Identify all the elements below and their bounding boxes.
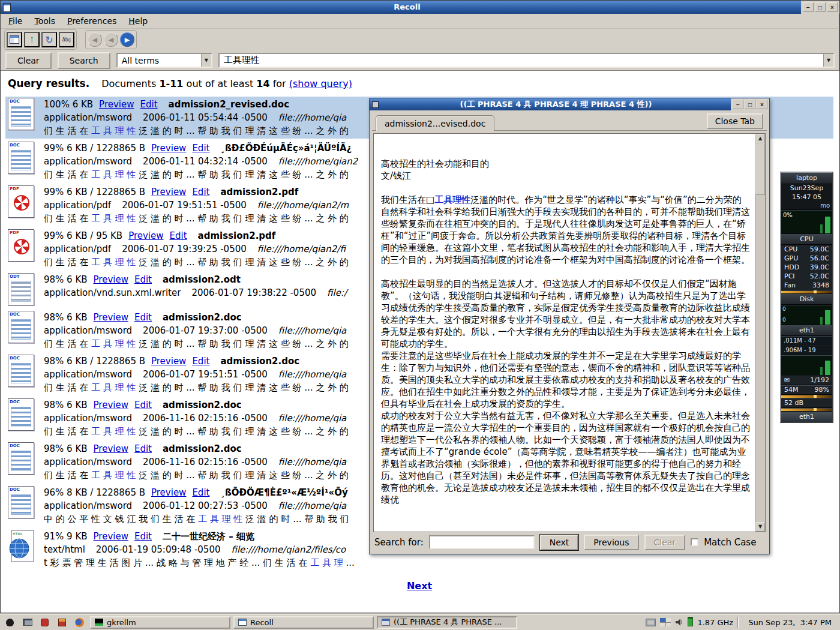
prev-page-icon: ◀ bbox=[109, 36, 113, 44]
result-date: 2006-01-07 19:37:00 -0500 bbox=[143, 325, 268, 336]
volume-tray-icon[interactable] bbox=[675, 618, 683, 626]
taskbar-task-window[interactable]: ((工 PHRASE 4 具 PHRASE ... bbox=[377, 616, 517, 629]
pager-tray-icon[interactable] bbox=[660, 618, 671, 626]
reload-button[interactable]: ↻ bbox=[41, 32, 57, 47]
result-edit-link[interactable]: Edit bbox=[134, 274, 152, 285]
menu-preferences[interactable]: Preferences bbox=[62, 14, 122, 28]
red-app-launcher-icon[interactable] bbox=[38, 616, 52, 629]
close-tab-button[interactable]: Close Tab bbox=[707, 113, 763, 129]
snippet-text: 泛 滥 的 时 ... 帮 助 我 们 bbox=[242, 514, 349, 524]
term-explorer-button[interactable]: âbç bbox=[59, 32, 74, 47]
result-edit-link[interactable]: Edit bbox=[192, 487, 209, 498]
result-title: admission2.doc bbox=[220, 356, 299, 367]
query-history-chevron-icon[interactable]: ▼ bbox=[823, 54, 833, 67]
taskbar-task-recoll[interactable]: Recoll bbox=[233, 616, 374, 629]
preview-maximize-button[interactable]: □ bbox=[745, 100, 755, 109]
preview-find-bar: Search for: Next Previous Clear Match Ca… bbox=[370, 533, 769, 554]
monitor-date: Sun23Sep bbox=[781, 184, 832, 193]
window-title: Recoll bbox=[13, 1, 801, 14]
match-case-checkbox[interactable] bbox=[691, 538, 698, 546]
result-edit-link[interactable]: Edit bbox=[192, 187, 209, 197]
show-query-link[interactable]: (show query) bbox=[289, 78, 352, 89]
preview-minimize-button[interactable]: − bbox=[733, 100, 743, 109]
result-preview-link[interactable]: Preview bbox=[99, 99, 134, 110]
menu-bar: FileToolsPreferencesHelp bbox=[1, 14, 839, 29]
result-edit-link[interactable]: Edit bbox=[134, 443, 152, 454]
result-preview-link[interactable]: Preview bbox=[151, 187, 186, 197]
result-edit-link[interactable]: Edit bbox=[192, 143, 209, 154]
package-launcher-icon[interactable] bbox=[55, 616, 69, 629]
search-mode-select[interactable]: All terms ▼ bbox=[116, 53, 212, 68]
result-relevance-size: 99% 6 KB / 1228865 B bbox=[44, 187, 145, 197]
menu-file[interactable]: File bbox=[3, 14, 28, 28]
result-preview-link[interactable]: Preview bbox=[94, 400, 128, 410]
result-preview-link[interactable]: Preview bbox=[94, 312, 128, 323]
maximize-button[interactable]: □ bbox=[815, 2, 826, 12]
search-mode-value: All terms bbox=[122, 56, 159, 65]
result-preview-link[interactable]: Preview bbox=[151, 487, 186, 498]
result-date: 2006-01-07 19:39:25 -0500 bbox=[122, 244, 247, 254]
result-preview-link[interactable]: Preview bbox=[151, 356, 186, 367]
preview-document-text[interactable]: 高校招生的社会功能和目的文/钱江我们生活在□工具理性泛滥的时代。作为“世之显学”… bbox=[374, 134, 755, 532]
result-edit-link[interactable]: Edit bbox=[134, 400, 152, 410]
result-mime: application/msword bbox=[44, 457, 132, 467]
close-button[interactable]: × bbox=[827, 2, 838, 12]
search-query-input[interactable] bbox=[220, 54, 823, 67]
battery-row: 52 dB bbox=[781, 398, 832, 408]
sort-button[interactable]: ↑ bbox=[24, 32, 40, 47]
cpu-frequency: 1.87 GHz bbox=[697, 618, 733, 627]
find-previous-button[interactable]: Previous bbox=[584, 535, 638, 550]
snippet-text: 中 的 公 平 性 文 钱 江 我 们 生 活 在 bbox=[44, 514, 198, 524]
result-preview-link[interactable]: Preview bbox=[94, 274, 128, 285]
preview-close-button[interactable]: × bbox=[757, 100, 767, 109]
result-edit-link[interactable]: Edit bbox=[140, 99, 157, 110]
result-url: file:///home/qia bbox=[278, 112, 347, 123]
doc-history-button[interactable] bbox=[7, 32, 22, 47]
result-edit-link[interactable]: Edit bbox=[134, 312, 152, 323]
next-results-link[interactable]: Next bbox=[5, 580, 833, 592]
find-clear-button[interactable]: Clear bbox=[644, 535, 686, 550]
find-input[interactable] bbox=[429, 535, 535, 549]
preview-title-bar[interactable]: ((工 PHRASE 4 具 PHRASE 4 理 PHRASE 4 性)) −… bbox=[370, 98, 769, 110]
disk-zero-top: 0 bbox=[782, 305, 786, 313]
result-preview-link[interactable]: Preview bbox=[128, 230, 163, 241]
monitor-launcher-icon[interactable] bbox=[20, 616, 34, 629]
scroll-down-icon[interactable]: ▼ bbox=[755, 522, 765, 532]
footprint-launcher-icon[interactable] bbox=[3, 616, 17, 629]
firefox-launcher-icon[interactable] bbox=[73, 616, 86, 629]
snippet-text: 们 生 活 在 bbox=[44, 257, 91, 268]
result-mime: application/msword bbox=[44, 325, 132, 336]
search-button[interactable]: Search bbox=[58, 52, 110, 69]
result-preview-link[interactable]: Preview bbox=[94, 531, 128, 542]
keyboard-tray-icon[interactable] bbox=[646, 619, 656, 626]
result-edit-link[interactable]: Edit bbox=[192, 356, 209, 367]
next-page-button[interactable]: ▶ bbox=[120, 32, 134, 47]
menu-help[interactable]: Help bbox=[123, 14, 153, 28]
snippet-text: 泛 滥 的 时 ... 帮 助 我 们 理 清 这 些 纷 ... 之 外 的 bbox=[136, 169, 348, 180]
first-page-button[interactable]: ◀ bbox=[88, 32, 102, 47]
battery-tray-icon[interactable] bbox=[688, 618, 693, 626]
result-relevance-size: 98% 6 KB bbox=[44, 274, 88, 285]
snippet-text: 们 生 活 在 bbox=[44, 169, 91, 180]
preview-tab[interactable]: admission2...evised.doc bbox=[376, 115, 494, 131]
menu-tools[interactable]: Tools bbox=[29, 14, 61, 28]
preview-scrollbar[interactable]: ▲ ▼ bbox=[755, 134, 765, 532]
result-edit-link[interactable]: Edit bbox=[134, 531, 152, 542]
monitor-mo-label: mo bbox=[781, 202, 832, 209]
snippet-match: 工 具 理 性 bbox=[91, 213, 136, 224]
find-next-button[interactable]: Next bbox=[540, 535, 579, 550]
result-preview-link[interactable]: Preview bbox=[94, 443, 128, 454]
scrollbar-thumb[interactable] bbox=[755, 143, 765, 195]
prev-page-button[interactable]: ◀ bbox=[104, 32, 118, 47]
minimize-button[interactable]: − bbox=[803, 2, 814, 12]
title-bar[interactable]: Recoll − □ × bbox=[1, 1, 839, 14]
task-label: gkrellm bbox=[107, 618, 136, 627]
result-date: 2006-01-12 00:27:53 -0500 bbox=[143, 500, 268, 511]
scrollbar-track[interactable] bbox=[755, 143, 765, 522]
result-edit-link[interactable]: Edit bbox=[170, 230, 187, 241]
clear-button[interactable]: Clear bbox=[5, 52, 52, 69]
scroll-up-icon[interactable]: ▲ bbox=[755, 134, 765, 143]
sensor-row: Fan3348 bbox=[781, 281, 832, 290]
taskbar-task-chart[interactable]: gkrellm bbox=[90, 616, 230, 629]
result-preview-link[interactable]: Preview bbox=[151, 143, 186, 154]
